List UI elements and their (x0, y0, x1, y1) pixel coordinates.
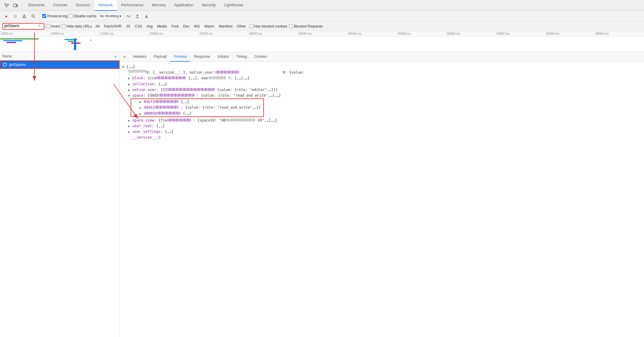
blurred-d9d52 (155, 106, 179, 109)
tab-application[interactable]: Application (170, 0, 198, 11)
filter-wasm[interactable]: Wasm (202, 24, 216, 29)
json-user-root-line[interactable]: ▶ user_root : {,…} (120, 123, 644, 129)
preserve-log-label[interactable]: Preserve log (42, 14, 67, 18)
detail-tab-cookies[interactable]: Cookies (250, 52, 270, 62)
tick-30000: 30000 ms (248, 31, 297, 36)
timeline-area[interactable]: 5000 ms 10000 ms 15000 ms 20000 ms 25000… (0, 31, 644, 52)
close-detail-icon[interactable]: ✕ (121, 53, 128, 60)
json-notion-user-line[interactable]: ▶ notion_user : {22 {value: {role: "edit… (120, 87, 644, 93)
blocked-cookies-label[interactable]: Has blocked cookies (250, 24, 287, 28)
sort-icon[interactable]: ▲ (114, 54, 117, 58)
expand-arrow[interactable]: ▼ (122, 65, 126, 69)
expand-arrow-collection[interactable]: ▶ (128, 82, 132, 87)
blurred-05bf2 (155, 100, 179, 103)
download-icon[interactable] (143, 12, 150, 20)
clear-button[interactable] (20, 12, 28, 20)
expand-arrow-user-root[interactable]: ▶ (128, 124, 132, 129)
detail-tab-initiator[interactable]: Initiator (214, 52, 232, 62)
json-notion-user-val: {value: {role: "editor",…}}} (215, 87, 278, 93)
blurred-space-view (167, 119, 191, 122)
filter-manifest[interactable]: Manifest (217, 24, 234, 29)
json-user-root-val: : {,…} (152, 123, 165, 129)
request-name: getSpaces (9, 63, 26, 67)
hide-urls-checkbox[interactable] (62, 24, 66, 28)
tick-60000: 60000 ms (545, 31, 594, 36)
filter-ws[interactable]: WS (192, 24, 202, 29)
tab-console[interactable]: Console (49, 0, 72, 11)
expand-arrow-space[interactable]: ▼ (128, 93, 132, 98)
json-block-line[interactable]: ▶ block : {cce {,…}, eae ?: {,…},…} (120, 75, 644, 81)
filter-all[interactable]: All (94, 24, 101, 29)
json-space-child-05bf2[interactable]: ▶ 05bf2 {,…} (131, 99, 263, 105)
detail-tab-response[interactable]: Response (190, 52, 214, 62)
tab-security[interactable]: Security (197, 0, 220, 11)
record-button[interactable]: ● (2, 12, 10, 20)
filter-font[interactable]: Font (170, 24, 180, 29)
expand-arrow-d8005b[interactable]: ▶ (140, 111, 144, 116)
json-space-child-d8005b[interactable]: ▶ d8005b {,…} (131, 111, 263, 116)
filter-css[interactable]: CSS (133, 24, 144, 29)
filter-img[interactable]: Img (145, 24, 154, 29)
tab-performance[interactable]: Performance (117, 0, 147, 11)
filter-fetch-xhr[interactable]: Fetch/XHR (102, 24, 123, 29)
invert-checkbox[interactable] (46, 24, 50, 28)
blocked-requests-label[interactable]: Blocked Requests (289, 24, 323, 28)
device-toolbar-icon[interactable] (11, 1, 20, 10)
search-input[interactable]: getSpace (4, 24, 37, 28)
tab-memory[interactable]: Memory (148, 0, 170, 11)
json-space-view-end: 45",…},…} (256, 118, 277, 123)
tab-sources[interactable]: Sources (72, 0, 94, 11)
stop-button[interactable]: ⊘ (11, 12, 19, 20)
expand-arrow-user-settings[interactable]: ▶ (128, 130, 132, 134)
json-space-view-line[interactable]: ▶ space_view : {f1a : {spaceId: "d8 45",… (120, 118, 644, 123)
filter-other[interactable]: Other (235, 24, 248, 29)
disable-cache-label[interactable]: Disable cache (69, 14, 96, 18)
detail-tab-payload[interactable]: Payload (150, 52, 170, 62)
filter-media[interactable]: Media (155, 24, 169, 29)
detail-tab-preview[interactable]: Preview (170, 52, 191, 62)
expand-arrow-05bf2[interactable]: ▶ (140, 100, 144, 104)
network-conditions-icon[interactable] (125, 12, 132, 20)
tab-separator (22, 2, 22, 8)
toolbar-sep-1 (40, 13, 40, 19)
timeline-bar (3, 40, 23, 41)
json-collection-line[interactable]: ▶ collection : {,…} (120, 81, 644, 87)
blocked-cookies-checkbox[interactable] (250, 24, 253, 28)
json-space-view-val: : {spaceId: "d8 (191, 118, 226, 123)
tick-35000: 35000 ms (297, 31, 347, 36)
json-key-d9d52: d9d52 (144, 105, 155, 110)
expand-arrow-d9d52[interactable]: ▶ (140, 105, 144, 110)
search-box[interactable]: getSpace ✕ (2, 23, 44, 30)
expand-arrow-block[interactable]: ▶ (128, 76, 132, 81)
tab-network[interactable]: Network (94, 0, 117, 11)
blurred-value-1 (215, 71, 239, 74)
filter-js[interactable]: JS (124, 24, 132, 29)
expand-arrow-notion-user[interactable]: ▶ (128, 88, 132, 92)
json-root-line[interactable]: ▼ {,…} (120, 64, 644, 70)
throttle-select[interactable]: No throttling ▾ (98, 13, 124, 19)
json-user-settings-line[interactable]: ▶ user_settings : {,…} (120, 129, 644, 135)
tab-lighthouse[interactable]: Lighthouse (220, 0, 247, 11)
invert-filter-label[interactable]: Invert (46, 24, 60, 28)
clear-search-icon[interactable]: ✕ (38, 24, 41, 28)
json-version-field-line[interactable]: ▶ __version__ : 3 (120, 135, 644, 140)
json-version-line[interactable]: 9: {__version__: 3, notion_user: 9: {val… (120, 70, 644, 75)
upload-icon[interactable] (134, 12, 141, 20)
svg-rect-10 (3, 63, 6, 66)
request-item-getspaces[interactable]: getSpaces (0, 60, 120, 69)
expand-arrow-space-view[interactable]: ▶ (128, 118, 132, 123)
filter-doc[interactable]: Doc (181, 24, 191, 29)
json-space-line[interactable]: ▼ space : {d9d5 : {value: {role: "read_a… (120, 93, 644, 98)
disable-cache-checkbox[interactable] (69, 14, 72, 18)
json-root-label: {,…} (126, 64, 135, 70)
json-space-child-d9d52[interactable]: ▶ d9d52 : {value: {role: "read_and_write… (131, 105, 263, 110)
tab-elements[interactable]: Elements (24, 0, 49, 11)
inspect-icon[interactable] (2, 1, 11, 10)
preserve-log-checkbox[interactable] (42, 14, 46, 18)
detail-tab-timing[interactable]: Timing (233, 52, 251, 62)
hide-urls-text: Hide data URLs (66, 24, 92, 28)
search-button[interactable] (29, 12, 37, 20)
hide-urls-label[interactable]: Hide data URLs (62, 24, 92, 28)
detail-tab-headers[interactable]: Headers (129, 52, 150, 62)
blocked-requests-checkbox[interactable] (289, 24, 293, 28)
